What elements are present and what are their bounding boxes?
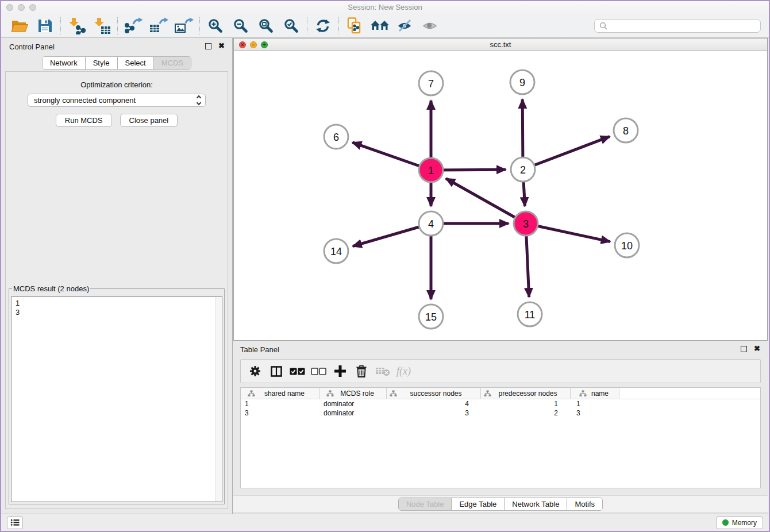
graph-node-10[interactable]: 10 [615,233,639,257]
tab-network-table[interactable]: Network Table [504,498,567,510]
hierarchy-icon [484,390,491,397]
graph-node-15[interactable]: 15 [419,304,443,329]
export-table-button[interactable] [146,16,171,36]
delete-table-button[interactable] [372,367,393,376]
column-header-MCDS-role[interactable]: MCDS role [320,388,387,399]
hierarchy-icon [248,390,255,397]
show-column-panel-button[interactable] [265,366,287,377]
control-panel-header: Control Panel ✖ [1,38,232,54]
optimization-criterion-select[interactable]: strongly connected component [28,94,206,107]
zoom-fit-button[interactable] [253,16,279,36]
select-all-rows-button[interactable] [287,368,308,375]
graph-node-1[interactable]: 1 [419,158,443,182]
zoom-in-icon [208,18,223,33]
table-settings-button[interactable] [244,365,265,377]
network-canvas[interactable]: 7968124314101511 [234,51,767,340]
status-bar: Memory [1,514,769,531]
hierarchy-icon [579,390,587,397]
tab-style[interactable]: Style [85,57,117,69]
tab-network[interactable]: Network [43,57,85,69]
mcds-result-line: 3 [16,308,222,317]
column-header-predecessor-nodes[interactable]: predecessor nodes [481,388,571,399]
minimize-window-icon[interactable] [18,4,25,11]
network-close-icon[interactable]: ✕ [239,41,246,48]
graph-node-14[interactable]: 14 [324,239,348,263]
network-window-titlebar[interactable]: ✕ − + scc.txt [234,38,767,51]
graph-edge-2-8[interactable] [523,137,610,169]
graph-edge-3-1[interactable] [446,179,526,223]
eye-slash-icon [396,18,414,33]
zoom-in-button[interactable] [203,16,228,36]
table-cell: 2 [481,408,571,418]
dropdown-value: strongly connected component [34,96,136,105]
apply-layout-button[interactable] [310,16,336,36]
svg-text:4: 4 [428,218,434,230]
deselect-all-checkboxes-icon [311,368,326,375]
table-cell: 1 [241,399,320,408]
deselect-all-rows-button[interactable] [308,368,329,375]
tab-motifs[interactable]: Motifs [567,498,602,510]
import-table-button[interactable] [89,16,114,36]
maximize-window-icon[interactable] [29,4,36,11]
save-session-button[interactable] [32,16,57,36]
network-maximize-icon[interactable]: + [261,41,268,48]
svg-text:14: 14 [330,246,342,257]
column-header-successor-nodes[interactable]: successor nodes [387,388,481,399]
zoom-selected-button[interactable] [279,16,304,36]
close-window-icon[interactable] [6,4,13,11]
graph-node-4[interactable]: 4 [419,211,443,236]
close-panel-button[interactable]: Close panel [120,114,178,127]
graph-node-11[interactable]: 11 [518,302,542,326]
home-networks-button[interactable] [367,16,392,36]
graph-node-3[interactable]: 3 [514,211,538,236]
export-network-icon [124,17,143,34]
svg-text:3: 3 [523,218,529,230]
memory-button[interactable]: Memory [716,516,763,529]
svg-text:9: 9 [519,77,525,88]
open-session-button[interactable] [7,16,32,36]
mcds-result-list[interactable]: 1 3 [11,296,222,502]
table-cell: dominator [320,399,387,408]
function-builder-button[interactable]: f(x) [393,365,414,377]
float-table-panel-icon[interactable] [741,346,747,352]
task-history-button[interactable] [7,516,23,529]
float-panel-icon[interactable] [205,43,211,49]
show-eye-button[interactable] [418,16,443,36]
column-header-shared-name[interactable]: shared name [241,388,320,399]
new-network-from-selection-button[interactable] [342,16,367,36]
graph-node-2[interactable]: 2 [511,157,535,182]
export-table-icon [149,17,168,34]
graph-node-9[interactable]: 9 [510,70,534,94]
toolbar-separator [199,17,200,34]
graph-node-8[interactable]: 8 [614,118,638,142]
close-panel-icon[interactable]: ✖ [218,42,225,49]
tab-select[interactable]: Select [117,57,153,69]
tab-mcds[interactable]: MCDS [153,57,191,69]
delete-column-button[interactable] [351,365,372,377]
table-header-row: shared nameMCDS rolesuccessor nodesprede… [241,388,760,399]
hide-selected-button[interactable] [392,16,418,36]
export-network-button[interactable] [121,16,146,36]
search-box[interactable] [594,19,761,33]
search-input[interactable] [610,21,756,30]
close-table-panel-icon[interactable]: ✖ [754,345,760,352]
import-network-button[interactable] [64,16,89,36]
result-scrollbar[interactable] [215,297,222,502]
table-toolbar: f(x) [240,359,761,383]
graph-edge-3-10[interactable] [526,223,610,242]
tab-node-table[interactable]: Node Table [399,498,452,510]
network-minimize-icon[interactable]: − [250,41,257,48]
graph-node-7[interactable]: 7 [419,71,443,95]
graph-node-6[interactable]: 6 [324,125,348,149]
main-toolbar [1,14,769,38]
column-header-name[interactable]: name [571,388,619,399]
table-row[interactable]: 3dominator323 [241,408,760,418]
tab-edge-table[interactable]: Edge Table [451,498,504,510]
run-mcds-button[interactable]: Run MCDS [56,114,112,127]
zoom-fit-icon [259,18,274,33]
table-row[interactable]: 1dominator411 [241,399,760,408]
zoom-out-button[interactable] [228,16,253,36]
hierarchy-icon [390,390,397,397]
export-image-button[interactable] [171,16,197,36]
create-column-button[interactable] [329,365,351,377]
